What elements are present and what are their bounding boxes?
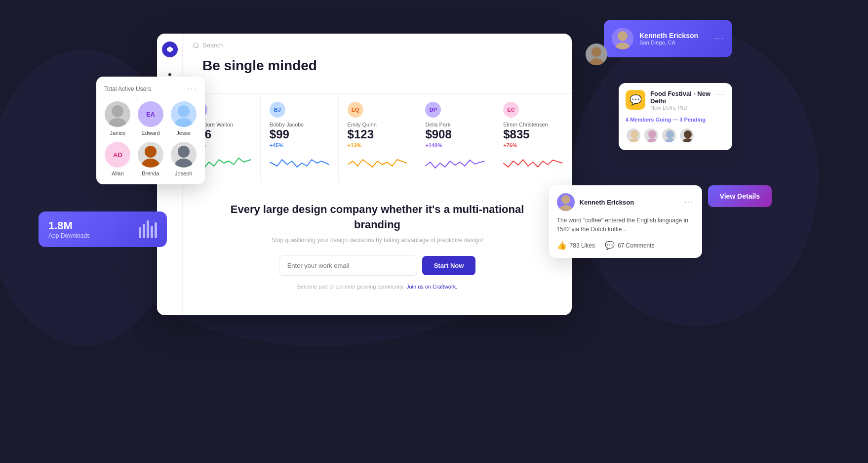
user-avatar-joseph <box>171 142 197 168</box>
festival-avatars <box>626 127 725 143</box>
festival-avatar-3 <box>661 127 677 143</box>
svg-point-20 <box>666 130 674 138</box>
search-text: Search <box>202 42 223 49</box>
search-icon <box>193 42 199 49</box>
stat-avatar-3: EQ <box>348 102 363 118</box>
sparkline-4 <box>425 152 485 172</box>
chart-bar-2 <box>143 224 145 238</box>
comment-icon: 💬 <box>605 241 615 250</box>
post-text: The word "coffee" entered the English la… <box>557 216 694 234</box>
post-card: Kenneth Erickson ··· The word "coffee" e… <box>549 185 702 258</box>
cta-subtitle: Stop questioning your design decisions b… <box>212 237 542 244</box>
user-item-edward: EA Edward <box>137 101 164 136</box>
svg-point-12 <box>618 31 628 41</box>
chart-bar-4 <box>151 226 153 238</box>
sparkline-2 <box>270 152 329 172</box>
stat-name-2: Bobby Jacobs <box>270 122 329 127</box>
downloads-info: 1.8M App Downloads <box>48 219 90 239</box>
comments-action[interactable]: 💬 67 Comments <box>605 241 655 250</box>
users-panel-title: Total Active Users <box>104 85 151 92</box>
svg-point-15 <box>589 58 604 65</box>
stat-value-4: $908 <box>425 127 485 141</box>
stat-avatar-4: DP <box>425 102 441 118</box>
user-name-joseph: Joseph <box>175 170 192 176</box>
sidebar-dot <box>168 73 171 76</box>
svg-point-7 <box>175 118 193 127</box>
user-avatar-janice <box>105 101 130 127</box>
stat-card-2: BJ Bobby Jacobs $99 +45% <box>261 94 339 182</box>
likes-count: 783 Likes <box>570 242 595 249</box>
user-name-edward: Edward <box>141 130 159 136</box>
svg-point-11 <box>175 159 193 168</box>
likes-action[interactable]: 👍 783 Likes <box>557 241 595 250</box>
view-details-button[interactable]: View Details <box>708 185 772 207</box>
stat-card-4: DP Delia Park $908 +140% <box>416 94 494 182</box>
festival-icon: 💬 <box>626 90 645 110</box>
festival-avatar-2 <box>643 127 659 143</box>
stat-value-5: $835 <box>503 127 563 141</box>
svg-point-2 <box>194 42 198 47</box>
profile-card-top: Kenneth Erickson San Diego, CA ··· <box>604 20 732 57</box>
cta-footer: Become part of our ever growing communit… <box>212 284 542 290</box>
user-item-janice: Janice <box>104 101 131 136</box>
email-input[interactable] <box>279 255 417 276</box>
festival-members: 4 Members Going — 3 Pending <box>626 117 725 123</box>
comments-count: 67 Comments <box>618 242 655 249</box>
logo[interactable] <box>162 42 178 57</box>
festival-avatar-1 <box>626 127 641 143</box>
downloads-value: 1.8M <box>48 219 90 232</box>
chart-bar-5 <box>155 222 157 238</box>
svg-point-18 <box>648 130 656 138</box>
user-name-janice: Janice <box>110 130 125 136</box>
start-button[interactable]: Start Now <box>422 256 476 275</box>
craftwork-link[interactable]: Join us on Craftwork. <box>406 284 457 290</box>
festival-info: Food Festival - New Delhi New Delhi, IND <box>650 90 711 111</box>
hero-title: Be single minded <box>202 58 552 74</box>
festival-menu-button[interactable]: ··· <box>716 90 725 99</box>
sparkline-5 <box>503 152 563 172</box>
cta-form: Start Now <box>212 255 542 276</box>
profile-info: Kenneth Erickson San Diego, CA <box>639 32 709 45</box>
festival-card: 💬 Food Festival - New Delhi New Delhi, I… <box>619 83 732 150</box>
user-item-allan: AD Allan <box>104 142 131 176</box>
svg-point-14 <box>592 47 601 57</box>
post-username: Kenneth Erickson <box>580 199 680 206</box>
festival-avatar-4 <box>679 127 695 143</box>
stat-change-2: +45% <box>270 142 329 148</box>
svg-point-19 <box>646 138 658 143</box>
svg-point-24 <box>561 195 570 204</box>
profile-avatar-top <box>612 28 633 49</box>
stat-change-3: +13% <box>348 142 407 148</box>
user-avatar-jesse <box>171 101 197 127</box>
user-name-brenda: Brenda <box>142 170 159 176</box>
users-panel-menu[interactable]: ··· <box>188 84 197 93</box>
stat-card-3: EQ Emily Quinn $123 +13% <box>339 94 417 182</box>
profile-location: San Diego, CA <box>639 40 709 45</box>
users-panel-header: Total Active Users ··· <box>104 84 197 93</box>
festival-title: Food Festival - New Delhi <box>650 90 711 105</box>
user-item-brenda: Brenda <box>137 142 164 176</box>
festival-location: New Delhi, IND <box>650 105 711 111</box>
user-avatar-edward: EA <box>138 101 163 127</box>
profile-menu-button[interactable]: ··· <box>715 34 724 43</box>
post-actions: 👍 783 Likes 💬 67 Comments <box>557 241 694 250</box>
users-panel: Total Active Users ··· Janice EA Edward <box>96 77 205 184</box>
kenneth-partial-avatar <box>586 43 607 65</box>
user-name-jesse: Jesse <box>176 130 191 136</box>
user-item-jesse: Jesse <box>170 101 197 136</box>
svg-point-21 <box>664 138 676 143</box>
user-name-allan: Allan <box>112 170 123 176</box>
stat-name-4: Delia Park <box>425 122 485 127</box>
stat-value-2: $99 <box>270 127 329 141</box>
stat-value-3: $123 <box>348 127 407 141</box>
post-user-info: Kenneth Erickson <box>580 199 680 206</box>
cta-section: Every large design company whether it's … <box>183 182 572 304</box>
chart-bar-1 <box>139 227 141 238</box>
svg-point-5 <box>109 118 126 127</box>
blob-right <box>572 30 819 326</box>
svg-point-6 <box>178 105 190 117</box>
svg-point-9 <box>142 159 159 168</box>
post-menu-button[interactable]: ··· <box>684 198 694 207</box>
user-avatar-allan: AD <box>105 142 130 168</box>
svg-line-3 <box>197 46 199 48</box>
